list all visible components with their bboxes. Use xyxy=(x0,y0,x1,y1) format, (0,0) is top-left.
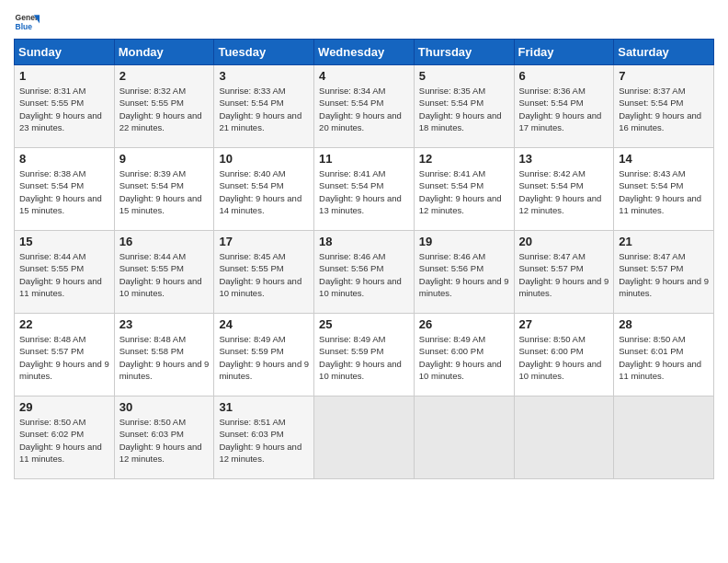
day-detail: Sunrise: 8:31 AMSunset: 5:55 PMDaylight:… xyxy=(19,85,109,133)
calendar-table: SundayMondayTuesdayWednesdayThursdayFrid… xyxy=(14,39,714,479)
calendar-week-row: 22Sunrise: 8:48 AMSunset: 5:57 PMDayligh… xyxy=(15,314,714,396)
day-number: 28 xyxy=(619,317,709,331)
calendar-day-cell: 22Sunrise: 8:48 AMSunset: 5:57 PMDayligh… xyxy=(15,314,115,396)
day-detail: Sunrise: 8:50 AMSunset: 6:00 PMDaylight:… xyxy=(519,333,609,382)
day-detail: Sunrise: 8:34 AMSunset: 5:54 PMDaylight:… xyxy=(319,85,409,133)
day-number: 29 xyxy=(19,400,109,414)
day-number: 30 xyxy=(119,400,210,414)
day-detail: Sunrise: 8:32 AMSunset: 5:55 PMDaylight:… xyxy=(119,85,210,133)
day-detail: Sunrise: 8:37 AMSunset: 5:54 PMDaylight:… xyxy=(619,85,709,133)
weekday-header: Tuesday xyxy=(214,40,314,65)
day-detail: Sunrise: 8:38 AMSunset: 5:54 PMDaylight:… xyxy=(19,167,109,216)
day-number: 1 xyxy=(19,69,109,83)
day-detail: Sunrise: 8:49 AMSunset: 6:00 PMDaylight:… xyxy=(419,333,509,382)
day-number: 18 xyxy=(319,235,409,248)
day-number: 20 xyxy=(519,235,609,248)
calendar-day-cell: 5Sunrise: 8:35 AMSunset: 5:54 PMDaylight… xyxy=(414,65,514,148)
day-detail: Sunrise: 8:46 AMSunset: 5:56 PMDaylight:… xyxy=(419,250,509,299)
calendar-day-cell: 24Sunrise: 8:49 AMSunset: 5:59 PMDayligh… xyxy=(214,314,314,396)
calendar-day-cell: 25Sunrise: 8:49 AMSunset: 5:59 PMDayligh… xyxy=(314,314,415,396)
calendar-day-cell xyxy=(314,396,415,479)
calendar-day-cell: 15Sunrise: 8:44 AMSunset: 5:55 PMDayligh… xyxy=(15,231,115,314)
calendar-day-cell: 11Sunrise: 8:41 AMSunset: 5:54 PMDayligh… xyxy=(314,148,415,231)
calendar-day-cell xyxy=(514,396,614,479)
day-detail: Sunrise: 8:48 AMSunset: 5:58 PMDaylight:… xyxy=(119,333,210,382)
calendar-day-cell: 21Sunrise: 8:47 AMSunset: 5:57 PMDayligh… xyxy=(614,231,714,314)
calendar-day-cell: 4Sunrise: 8:34 AMSunset: 5:54 PMDaylight… xyxy=(314,65,415,148)
day-detail: Sunrise: 8:35 AMSunset: 5:54 PMDaylight:… xyxy=(419,85,509,133)
weekday-header: Saturday xyxy=(614,40,714,65)
calendar-week-row: 29Sunrise: 8:50 AMSunset: 6:02 PMDayligh… xyxy=(15,396,714,479)
weekday-header: Thursday xyxy=(414,40,514,65)
day-number: 21 xyxy=(619,235,709,248)
day-detail: Sunrise: 8:47 AMSunset: 5:57 PMDaylight:… xyxy=(619,250,709,299)
calendar-day-cell: 1Sunrise: 8:31 AMSunset: 5:55 PMDaylight… xyxy=(15,65,115,148)
day-detail: Sunrise: 8:39 AMSunset: 5:54 PMDaylight:… xyxy=(119,167,210,216)
day-detail: Sunrise: 8:36 AMSunset: 5:54 PMDaylight:… xyxy=(519,85,609,133)
day-detail: Sunrise: 8:40 AMSunset: 5:54 PMDaylight:… xyxy=(219,167,309,216)
svg-text:Blue: Blue xyxy=(16,22,33,31)
calendar-day-cell: 30Sunrise: 8:50 AMSunset: 6:03 PMDayligh… xyxy=(114,396,214,479)
calendar-day-cell: 3Sunrise: 8:33 AMSunset: 5:54 PMDaylight… xyxy=(214,65,314,148)
day-number: 2 xyxy=(119,69,210,83)
day-number: 6 xyxy=(519,69,609,83)
calendar-day-cell: 18Sunrise: 8:46 AMSunset: 5:56 PMDayligh… xyxy=(314,231,415,314)
calendar-day-cell: 23Sunrise: 8:48 AMSunset: 5:58 PMDayligh… xyxy=(114,314,214,396)
day-number: 7 xyxy=(619,69,709,83)
day-number: 31 xyxy=(219,400,309,414)
day-number: 5 xyxy=(419,69,509,83)
calendar-day-cell: 19Sunrise: 8:46 AMSunset: 5:56 PMDayligh… xyxy=(414,231,514,314)
calendar-day-cell: 31Sunrise: 8:51 AMSunset: 6:03 PMDayligh… xyxy=(214,396,314,479)
calendar-day-cell: 7Sunrise: 8:37 AMSunset: 5:54 PMDaylight… xyxy=(614,65,714,148)
calendar-day-cell: 27Sunrise: 8:50 AMSunset: 6:00 PMDayligh… xyxy=(514,314,614,396)
calendar-day-cell: 26Sunrise: 8:49 AMSunset: 6:00 PMDayligh… xyxy=(414,314,514,396)
calendar-day-cell: 28Sunrise: 8:50 AMSunset: 6:01 PMDayligh… xyxy=(614,314,714,396)
day-detail: Sunrise: 8:48 AMSunset: 5:57 PMDaylight:… xyxy=(19,333,109,382)
calendar-day-cell: 10Sunrise: 8:40 AMSunset: 5:54 PMDayligh… xyxy=(214,148,314,231)
day-number: 11 xyxy=(319,152,409,166)
day-detail: Sunrise: 8:33 AMSunset: 5:54 PMDaylight:… xyxy=(219,85,309,133)
calendar-day-cell: 29Sunrise: 8:50 AMSunset: 6:02 PMDayligh… xyxy=(15,396,115,479)
day-number: 8 xyxy=(19,152,109,166)
day-detail: Sunrise: 8:44 AMSunset: 5:55 PMDaylight:… xyxy=(119,250,210,299)
calendar-day-cell: 20Sunrise: 8:47 AMSunset: 5:57 PMDayligh… xyxy=(514,231,614,314)
day-number: 14 xyxy=(619,152,709,166)
day-number: 10 xyxy=(219,152,309,166)
day-number: 9 xyxy=(119,152,210,166)
day-number: 12 xyxy=(419,152,509,166)
header: General Blue xyxy=(14,9,714,35)
calendar-week-row: 1Sunrise: 8:31 AMSunset: 5:55 PMDaylight… xyxy=(15,65,714,148)
calendar-day-cell: 12Sunrise: 8:41 AMSunset: 5:54 PMDayligh… xyxy=(414,148,514,231)
logo: General Blue xyxy=(14,9,40,35)
day-detail: Sunrise: 8:43 AMSunset: 5:54 PMDaylight:… xyxy=(619,167,709,216)
calendar-day-cell xyxy=(614,396,714,479)
day-number: 26 xyxy=(419,317,509,331)
calendar-day-cell: 6Sunrise: 8:36 AMSunset: 5:54 PMDaylight… xyxy=(514,65,614,148)
calendar-day-cell: 13Sunrise: 8:42 AMSunset: 5:54 PMDayligh… xyxy=(514,148,614,231)
day-number: 25 xyxy=(319,317,409,331)
day-number: 27 xyxy=(519,317,609,331)
weekday-header: Monday xyxy=(114,40,214,65)
calendar-week-row: 8Sunrise: 8:38 AMSunset: 5:54 PMDaylight… xyxy=(15,148,714,231)
day-detail: Sunrise: 8:45 AMSunset: 5:55 PMDaylight:… xyxy=(219,250,309,299)
day-detail: Sunrise: 8:44 AMSunset: 5:55 PMDaylight:… xyxy=(19,250,109,299)
day-detail: Sunrise: 8:50 AMSunset: 6:02 PMDaylight:… xyxy=(19,416,109,465)
day-detail: Sunrise: 8:41 AMSunset: 5:54 PMDaylight:… xyxy=(419,167,509,216)
calendar-day-cell: 14Sunrise: 8:43 AMSunset: 5:54 PMDayligh… xyxy=(614,148,714,231)
calendar-day-cell: 16Sunrise: 8:44 AMSunset: 5:55 PMDayligh… xyxy=(114,231,214,314)
day-number: 19 xyxy=(419,235,509,248)
day-detail: Sunrise: 8:49 AMSunset: 5:59 PMDaylight:… xyxy=(319,333,409,382)
calendar-day-cell xyxy=(414,396,514,479)
day-detail: Sunrise: 8:50 AMSunset: 6:01 PMDaylight:… xyxy=(619,333,709,382)
day-number: 13 xyxy=(519,152,609,166)
day-detail: Sunrise: 8:46 AMSunset: 5:56 PMDaylight:… xyxy=(319,250,409,299)
calendar-day-cell: 2Sunrise: 8:32 AMSunset: 5:55 PMDaylight… xyxy=(114,65,214,148)
day-detail: Sunrise: 8:51 AMSunset: 6:03 PMDaylight:… xyxy=(219,416,309,465)
day-number: 17 xyxy=(219,235,309,248)
day-detail: Sunrise: 8:47 AMSunset: 5:57 PMDaylight:… xyxy=(519,250,609,299)
day-detail: Sunrise: 8:41 AMSunset: 5:54 PMDaylight:… xyxy=(319,167,409,216)
weekday-header: Friday xyxy=(514,40,614,65)
day-number: 3 xyxy=(219,69,309,83)
day-number: 16 xyxy=(119,235,210,248)
weekday-header: Sunday xyxy=(15,40,115,65)
